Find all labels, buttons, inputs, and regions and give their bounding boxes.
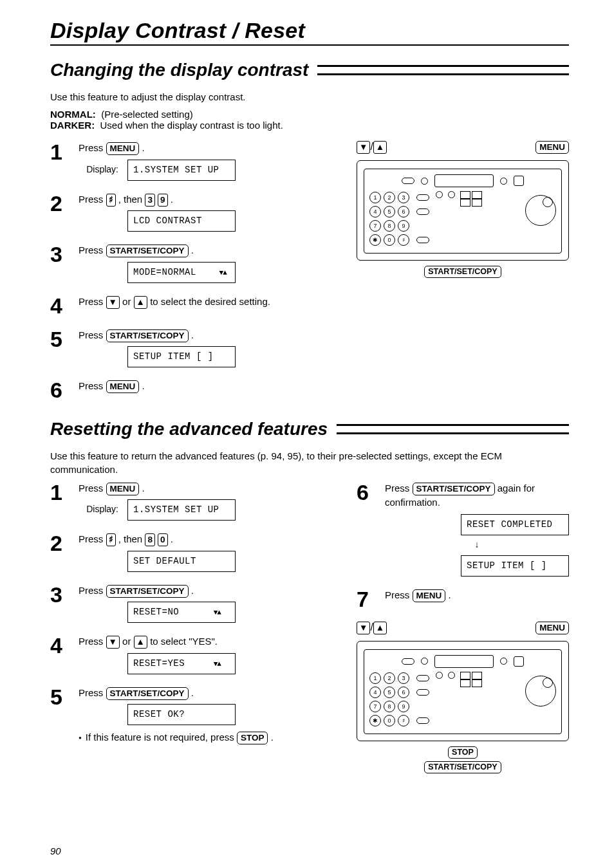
keypad: 123 456 789 ✱0♯ bbox=[369, 672, 429, 727]
button-shape bbox=[421, 178, 428, 185]
key: 1 bbox=[369, 192, 381, 203]
key: 5 bbox=[384, 206, 395, 217]
text: or bbox=[122, 636, 134, 647]
text: Press bbox=[79, 329, 106, 340]
handset-icon bbox=[514, 176, 524, 186]
note: If this feature is not required, press S… bbox=[79, 730, 339, 745]
text: Press bbox=[385, 589, 413, 600]
step-number: 5 bbox=[50, 328, 70, 350]
lcd-display: LCD CONTRAST bbox=[127, 210, 236, 232]
handset-icon bbox=[514, 656, 524, 667]
device-label: ▼/▲ bbox=[357, 622, 387, 634]
button-shape bbox=[416, 237, 429, 243]
lcd-display: MODE=NORMAL ▼▲ bbox=[127, 262, 236, 283]
up-button: ▲ bbox=[134, 636, 147, 649]
button-shape bbox=[402, 178, 414, 184]
step-number: 1 bbox=[50, 141, 70, 163]
stop-button-label: STOP bbox=[448, 746, 478, 759]
hash-button: ♯ bbox=[106, 533, 116, 546]
down-icon: ▼ bbox=[357, 622, 370, 634]
title-rule bbox=[50, 44, 569, 46]
menu-button: MENU bbox=[106, 380, 140, 393]
key: 7 bbox=[369, 701, 381, 712]
lcd-text: RESET=NO bbox=[133, 607, 179, 617]
section1-heading: Changing the display contrast bbox=[50, 60, 308, 80]
text: to select the desired setting. bbox=[150, 296, 270, 307]
keypad: 123 456 789 ✱0♯ bbox=[369, 191, 429, 246]
section2-heading: Resetting the advanced features bbox=[50, 419, 328, 439]
device-diagram: 123 456 789 ✱0♯ bbox=[357, 641, 569, 741]
text: Press bbox=[79, 636, 106, 647]
key: 9 bbox=[398, 220, 409, 232]
button-shape bbox=[436, 191, 443, 198]
page-title: Display Contrast / Reset bbox=[50, 18, 569, 43]
display-label: Display: bbox=[79, 163, 118, 176]
down-button: ▼ bbox=[106, 636, 120, 649]
darker-text: Used when the display contrast is too li… bbox=[100, 120, 283, 131]
text: Press bbox=[79, 142, 106, 153]
start-button: START/SET/COPY bbox=[106, 245, 189, 257]
button-shape bbox=[460, 199, 470, 207]
arrow-icon: ▼▲ bbox=[214, 609, 221, 616]
key: 6 bbox=[398, 687, 409, 698]
button-shape bbox=[472, 191, 482, 199]
key: 2 bbox=[384, 672, 395, 684]
section-rule bbox=[337, 424, 569, 434]
button-shape bbox=[472, 672, 482, 679]
section1-defs: NORMAL: (Pre-selected setting) DARKER: U… bbox=[50, 109, 569, 131]
step-number: 1 bbox=[50, 481, 70, 503]
button-shape bbox=[500, 658, 507, 665]
button-shape bbox=[436, 672, 443, 679]
lcd-display: RESET OK? bbox=[127, 704, 236, 725]
key: 6 bbox=[398, 206, 409, 217]
menu-button: MENU bbox=[106, 483, 140, 495]
lcd-icon bbox=[434, 655, 494, 668]
up-icon: ▲ bbox=[373, 622, 387, 634]
key: ✱ bbox=[369, 715, 381, 726]
text: to select "YES". bbox=[150, 636, 218, 647]
button-shape bbox=[416, 208, 429, 215]
dial-icon bbox=[525, 676, 556, 706]
arrow-icon: ▼▲ bbox=[219, 269, 227, 277]
start-button-label: START/SET/COPY bbox=[424, 266, 501, 278]
section1-intro: Use this feature to adjust the display c… bbox=[50, 91, 539, 104]
button-shape bbox=[472, 679, 482, 687]
menu-button: MENU bbox=[106, 142, 140, 155]
button-shape bbox=[460, 672, 470, 679]
device-diagram: 123 456 789 ✱0♯ bbox=[357, 160, 569, 261]
note-text: If this feature is not required, press bbox=[86, 732, 237, 743]
key: 1 bbox=[369, 672, 381, 684]
text: Press bbox=[79, 296, 106, 307]
digit-button: 0 bbox=[158, 533, 168, 546]
key: 3 bbox=[398, 672, 409, 684]
step-number: 4 bbox=[50, 634, 70, 656]
step-number: 6 bbox=[357, 481, 376, 503]
lcd-display: SETUP ITEM [ ] bbox=[461, 555, 569, 577]
dial-icon bbox=[525, 195, 556, 226]
key: 0 bbox=[384, 234, 395, 246]
text: , then bbox=[118, 194, 145, 205]
arrow-icon: ▼▲ bbox=[214, 660, 221, 668]
stop-button: STOP bbox=[237, 732, 268, 744]
key: ♯ bbox=[398, 234, 409, 246]
button-shape bbox=[416, 717, 429, 724]
text: Press bbox=[79, 380, 106, 391]
button-shape bbox=[500, 178, 507, 185]
menu-button-label: MENU bbox=[535, 622, 569, 634]
menu-button: MENU bbox=[413, 589, 446, 602]
key: 8 bbox=[384, 220, 395, 232]
digit-button: 9 bbox=[158, 194, 168, 207]
button-shape bbox=[472, 199, 482, 207]
section2-intro: Use this feature to return the advanced … bbox=[50, 450, 539, 476]
key: 2 bbox=[384, 192, 395, 203]
text: Press bbox=[385, 483, 413, 494]
text: Press bbox=[79, 245, 106, 255]
lcd-display: SET DEFAULT bbox=[127, 551, 236, 572]
button-shape bbox=[402, 658, 414, 665]
button-shape bbox=[421, 658, 428, 665]
down-arrow-icon: ↓ bbox=[385, 538, 569, 551]
start-button: START/SET/COPY bbox=[413, 483, 495, 495]
text: Press bbox=[79, 687, 106, 698]
key: 9 bbox=[398, 701, 409, 712]
step-number: 7 bbox=[357, 588, 376, 610]
